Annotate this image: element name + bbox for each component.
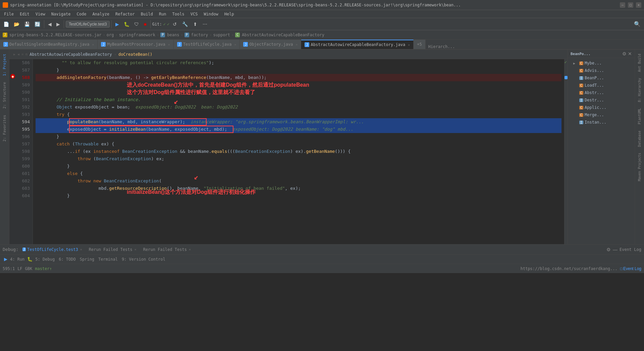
play-button[interactable]: ▶ <box>3 256 9 262</box>
sidebar-tab-structure[interactable]: 2: Structure <box>1 79 8 111</box>
new-button[interactable]: 📄 <box>1 20 11 28</box>
code-line-602: throw new BeanCreationException( <box>36 177 561 185</box>
menu-item-view[interactable]: View <box>33 11 48 17</box>
hierarchy-settings[interactable]: ⚙ <box>622 51 627 56</box>
bug-button[interactable]: 🐛 <box>26 256 34 262</box>
bottom-tab-close-rerun2[interactable]: ✕ <box>189 248 191 251</box>
sidebar-tab-ant[interactable]: Ant Build <box>636 51 643 75</box>
debug-run-button[interactable]: 🐛 <box>122 20 131 28</box>
tab-overflow[interactable]: +5 <box>414 40 425 49</box>
sidebar-tab-plantuml[interactable]: PlantUML <box>636 105 643 127</box>
bottom-tab-close-test[interactable]: ✕ <box>80 248 82 251</box>
sidebar-tab-maven[interactable]: Maven Projects <box>636 150 643 184</box>
right-panel-header: BeanPo... ⚙ ✕ <box>568 50 635 58</box>
menu-item-tools[interactable]: Tools <box>170 11 187 17</box>
git-tools-button[interactable]: 🔧 <box>180 20 190 28</box>
open-button[interactable]: 📂 <box>12 20 21 28</box>
menu-item-code[interactable]: Code <box>74 11 89 17</box>
tab-close-abstractautowire[interactable]: ✕ <box>408 43 410 47</box>
scrollbar[interactable]: ✓ <box>564 59 568 244</box>
tab-close-defaultsingleton[interactable]: ✕ <box>92 43 94 46</box>
tab-defaultsingleton[interactable]: J DefaultSingletonBeanRegistry.java ✕ <box>0 40 98 49</box>
bottom-tab-rerun1[interactable]: Rerun Failed Tests ✕ <box>86 246 139 253</box>
tab-close-mybeanpostprocessor[interactable]: ✕ <box>168 43 170 46</box>
tree-item-instan[interactable]: I Instan... <box>568 119 635 126</box>
sidebar-tab-favorites[interactable]: 2: Favorites <box>1 112 8 144</box>
bottom-tab-testoflifecycle[interactable]: J TestOfLifeCycle.test3 ✕ <box>20 246 85 253</box>
tab-close-objectfactory[interactable]: ✕ <box>296 43 298 46</box>
bottom-minimize-button[interactable]: — <box>613 247 618 252</box>
close-button[interactable]: ✕ <box>636 2 641 8</box>
breadcrumb-springframework[interactable]: springframework <box>119 33 155 37</box>
sidebar-tab-project[interactable]: 1: Project <box>1 51 8 79</box>
run-button[interactable]: ▶ <box>113 20 121 28</box>
bottom-tab-rerun2[interactable]: Rerun Failed Tests ✕ <box>141 246 194 253</box>
minimize-button[interactable]: — <box>620 2 625 8</box>
tree-item-applic[interactable]: C Applic... <box>568 104 635 111</box>
menu-item-refactor[interactable]: Refactor <box>113 11 138 17</box>
tree-item-abstr[interactable]: C Abstr... <box>568 89 635 96</box>
window-controls[interactable]: — □ ✕ <box>620 2 641 8</box>
git-update-button[interactable]: ↺ <box>171 20 179 28</box>
tree-item-loadt[interactable]: C LoadT... <box>568 82 635 89</box>
menu-item-analyze[interactable]: Analyze <box>90 11 112 17</box>
menu-item-navigate[interactable]: Navigate <box>49 11 73 17</box>
bottom-settings-button[interactable]: ⚙ <box>606 247 611 252</box>
status-right: https://blog.csdn.net/sucranfaerdkang...… <box>521 266 641 271</box>
tree-item-beanp[interactable]: I BeanP... <box>568 74 635 82</box>
tree-item-advis[interactable]: C Advis... <box>568 67 635 74</box>
breadcrumb-class[interactable]: AbstractAutowireCapableBeanFactory <box>242 33 324 37</box>
git-push-button[interactable]: ⬆ <box>191 20 199 28</box>
sidebar-tab-database[interactable]: Database <box>636 128 643 149</box>
tree-item-mybean[interactable]: ▶ C Mybe... <box>568 59 635 67</box>
search-button[interactable]: 🔍 <box>632 20 643 28</box>
forward-button[interactable]: ▶ <box>54 20 62 28</box>
line-numbers: 586 587 588 589 590 591 592 593 594 595 … <box>16 59 33 244</box>
breadcrumb-jar[interactable]: spring-beans-5.2.2.RELEASE-sources.jar <box>9 33 102 37</box>
menu-item-window[interactable]: Window <box>201 11 221 17</box>
execution-arrow: ↑ <box>9 74 16 79</box>
event-log-button[interactable]: □ Event Log <box>620 266 641 271</box>
line-num-603: 603 <box>19 185 30 192</box>
line-num-587: 587 <box>19 67 30 74</box>
breadcrumb-support[interactable]: support <box>213 33 230 37</box>
tab-testoflifecycle[interactable]: J TestOfLifeCycle.java ✕ <box>174 40 240 49</box>
toolbar: 📄 📂 💾 🔄 ◀ ▶ TestOfLifeCycle.test3 ▶ 🐛 🛡 … <box>0 18 644 30</box>
breadcrumb-org[interactable]: org <box>107 33 114 37</box>
hierarchy-close[interactable]: ✕ <box>628 51 632 56</box>
git-more-button[interactable]: ⋯ <box>201 20 209 28</box>
stop-button[interactable]: ■ <box>142 20 148 28</box>
coverage-button[interactable]: 🛡 <box>132 20 141 28</box>
code-editor[interactable]: "" to allow for resolving potential circ… <box>33 59 564 244</box>
scrollbar-thumb[interactable] <box>565 76 568 79</box>
back-button[interactable]: ◀ <box>46 20 54 28</box>
tree-icon-applic: C <box>579 106 583 109</box>
run-config-selector[interactable]: TestOfLifeCycle.test3 <box>66 21 110 28</box>
menu-item-file[interactable]: File <box>1 11 16 17</box>
hierarchy-tab[interactable]: Hierarch... <box>426 44 458 49</box>
menu-item-build[interactable]: Build <box>138 11 156 17</box>
breadcrumb-beans[interactable]: beans <box>167 33 179 37</box>
save-button[interactable]: 💾 <box>22 20 32 28</box>
sidebar-tab-hierarchy[interactable]: 8: Hierarchy <box>636 75 643 105</box>
menu-item-vcs[interactable]: VCS <box>188 11 201 17</box>
tree-item-destr[interactable]: I Destr... <box>568 96 635 104</box>
editor-breadcrumb-method[interactable]: doCreateBean() <box>118 52 152 57</box>
line-num-589: 589 <box>19 81 30 89</box>
menu-item-run[interactable]: Run <box>156 11 169 17</box>
editor-breadcrumb-class[interactable]: AbstractAutowireCapableBeanFactory <box>30 52 112 57</box>
tree-icon-destr: I <box>579 98 583 102</box>
sync-button[interactable]: 🔄 <box>33 20 42 28</box>
tree-item-merge[interactable]: C Merge... <box>568 111 635 119</box>
tab-objectfactory[interactable]: J ObjectFactory.java ✕ <box>240 40 301 49</box>
breadcrumb-factory[interactable]: factory <box>191 33 208 37</box>
maximize-button[interactable]: □ <box>628 2 633 8</box>
tab-close-testoflifecycle[interactable]: ✕ <box>234 43 236 46</box>
status-git: master↑ <box>35 266 52 271</box>
tab-mybeanpostprocessor[interactable]: J MyBeanPostProcessor.java ✕ <box>98 40 173 49</box>
bottom-tab-close-rerun1[interactable]: ✕ <box>135 248 137 251</box>
menu-item-help[interactable]: Help <box>222 11 237 17</box>
line-num-597: 597 <box>19 140 30 148</box>
menu-item-edit[interactable]: Edit <box>17 11 32 17</box>
tab-abstractautowire[interactable]: J AbstractAutowireCapableBeanFactory.jav… <box>301 40 414 49</box>
